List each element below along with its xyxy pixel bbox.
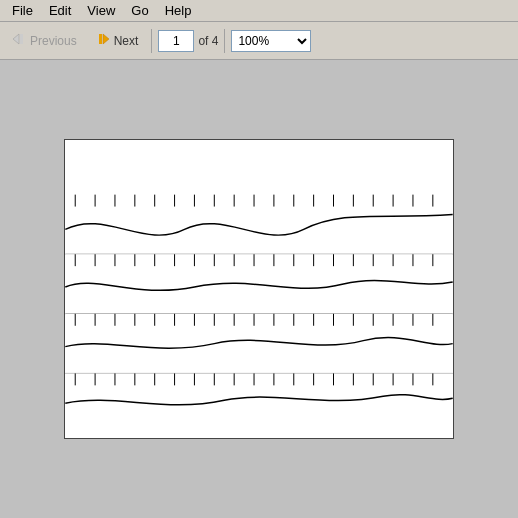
- next-button[interactable]: Next: [88, 27, 146, 55]
- menu-file[interactable]: File: [4, 1, 41, 20]
- svg-rect-47: [65, 314, 452, 374]
- toolbar-separator-2: [224, 29, 225, 53]
- next-label: Next: [114, 34, 139, 48]
- previous-icon: [11, 31, 27, 50]
- previous-label: Previous: [30, 34, 77, 48]
- svg-marker-2: [103, 34, 109, 44]
- document-page: [64, 139, 454, 439]
- svg-rect-68: [65, 373, 452, 438]
- next-icon: [95, 31, 111, 50]
- svg-marker-0: [13, 34, 19, 44]
- zoom-select[interactable]: 50% 75% 100% 125% 150% 200%: [231, 30, 311, 52]
- menubar: File Edit View Go Help: [0, 0, 518, 22]
- page-input[interactable]: [158, 30, 194, 52]
- menu-help[interactable]: Help: [157, 1, 200, 20]
- toolbar: Previous Next of 4 50% 75% 100% 125% 150…: [0, 22, 518, 60]
- menu-edit[interactable]: Edit: [41, 1, 79, 20]
- toolbar-separator: [151, 29, 152, 53]
- content-area: [0, 60, 518, 518]
- svg-rect-3: [99, 34, 102, 44]
- svg-rect-1: [20, 34, 23, 44]
- menu-go[interactable]: Go: [123, 1, 156, 20]
- previous-button[interactable]: Previous: [4, 27, 84, 55]
- page-of-label: of 4: [198, 34, 218, 48]
- document-svg: [65, 140, 453, 438]
- svg-rect-5: [65, 195, 452, 255]
- menu-view[interactable]: View: [79, 1, 123, 20]
- svg-rect-4: [65, 140, 452, 195]
